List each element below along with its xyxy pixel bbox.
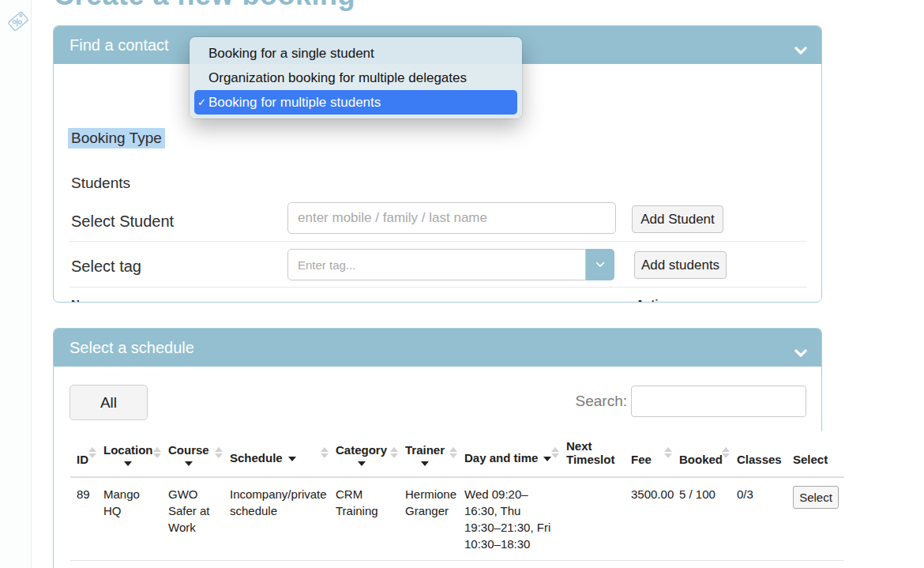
cell-course: Scuba Diving bbox=[162, 561, 223, 568]
cell-fee: 3500.00 bbox=[625, 477, 673, 561]
dropdown-option-single-student[interactable]: ✓ Booking for a single student bbox=[194, 41, 517, 66]
column-header-course[interactable]: Course bbox=[162, 431, 223, 477]
column-header-location[interactable]: Location bbox=[97, 431, 162, 477]
cell-trainer: Patrick Star bbox=[399, 561, 458, 568]
column-header-day-and-time[interactable]: Day and time bbox=[458, 431, 560, 477]
search-input[interactable] bbox=[631, 386, 806, 417]
column-header-trainer[interactable]: Trainer bbox=[399, 431, 458, 477]
students-table-action-header: Action bbox=[636, 297, 673, 303]
cell-classes: 0/1 bbox=[731, 561, 787, 568]
column-header-next-timeslot[interactable]: Next Timeslot bbox=[560, 431, 625, 477]
page-title: Create a new booking bbox=[54, 0, 355, 12]
cell-next-timeslot bbox=[560, 561, 625, 568]
chevron-down-icon[interactable] bbox=[794, 344, 807, 362]
select-schedule-header[interactable]: Select a schedule bbox=[54, 329, 821, 367]
cell-category: CRM Training bbox=[329, 477, 399, 561]
column-header-fee[interactable]: Fee bbox=[625, 431, 673, 477]
student-search-input[interactable] bbox=[287, 202, 616, 234]
filter-caret-icon[interactable] bbox=[421, 461, 429, 466]
dropdown-option-label: Booking for multiple students bbox=[208, 95, 381, 111]
column-header-select: Select bbox=[787, 431, 844, 477]
cell-id: 123 bbox=[70, 561, 97, 568]
sort-icon[interactable] bbox=[88, 447, 96, 458]
students-table-name-header: Name bbox=[71, 297, 103, 303]
sort-icon[interactable] bbox=[722, 447, 730, 458]
filter-caret-icon[interactable] bbox=[124, 461, 132, 466]
cell-schedule: Trainer-led August 2023 bbox=[223, 561, 329, 568]
discount-tag-icon[interactable] bbox=[6, 9, 31, 37]
checkmark-icon: ✓ bbox=[197, 96, 206, 108]
booking-type-label: Booking Type bbox=[68, 128, 165, 149]
cell-select: Select bbox=[787, 477, 844, 561]
select-schedule-button[interactable]: Select bbox=[793, 486, 839, 509]
select-schedule-title: Select a schedule bbox=[69, 339, 194, 357]
cell-course: GWO Safer at Work bbox=[162, 477, 223, 561]
select-tag-label: Select tag bbox=[71, 258, 141, 276]
dropdown-option-organization-booking[interactable]: ✓ Organization booking for multiple dele… bbox=[194, 66, 517, 90]
search-label: Search: bbox=[576, 393, 627, 410]
sort-icon[interactable] bbox=[153, 447, 161, 458]
filter-caret-icon[interactable] bbox=[358, 461, 366, 466]
sort-icon[interactable] bbox=[551, 447, 559, 458]
column-header-category[interactable]: Category bbox=[329, 431, 399, 477]
add-students-button[interactable]: Add students bbox=[634, 251, 727, 279]
cell-day-and-time: Wed 09:20–16:30, Thu 19:30–21:30, Fri 10… bbox=[458, 477, 560, 561]
dropdown-option-label: Booking for a single student bbox=[208, 46, 374, 62]
find-a-contact-title: Find a contact bbox=[69, 36, 169, 55]
divider bbox=[69, 241, 807, 242]
table-row: 89 Mango HQ GWO Safer at Work Incompany/… bbox=[70, 477, 844, 561]
sort-icon[interactable] bbox=[449, 447, 457, 458]
tag-dropdown-button[interactable] bbox=[586, 249, 614, 280]
search-box: Search: bbox=[576, 386, 806, 417]
sort-icon[interactable] bbox=[215, 447, 223, 458]
tag-input[interactable] bbox=[287, 249, 586, 280]
filter-caret-icon[interactable] bbox=[543, 457, 551, 461]
chevron-down-icon bbox=[595, 261, 605, 268]
schedules-table: ID Location Course Schedule bbox=[70, 431, 844, 568]
column-header-id[interactable]: ID bbox=[70, 431, 97, 477]
chevron-down-icon[interactable] bbox=[794, 41, 807, 59]
filter-caret-icon[interactable] bbox=[185, 461, 193, 466]
sort-icon[interactable] bbox=[390, 447, 398, 458]
cell-day-and-time: Mon 10:00–15:00 bbox=[458, 561, 560, 568]
divider bbox=[69, 287, 807, 288]
table-header-row: ID Location Course Schedule bbox=[70, 431, 844, 477]
cell-fee: 1000.00 bbox=[625, 561, 673, 568]
cell-location: Shannon Leisure bbox=[97, 561, 162, 568]
dropdown-option-multiple-students[interactable]: ✓ Booking for multiple students bbox=[194, 90, 517, 115]
cell-classes: 0/3 bbox=[731, 477, 787, 561]
filter-all-button[interactable]: All bbox=[69, 385, 148, 420]
add-student-button[interactable]: Add Student bbox=[632, 205, 723, 233]
column-header-booked[interactable]: Booked bbox=[673, 431, 731, 477]
cell-trainer: Hermione Granger bbox=[399, 477, 458, 561]
filter-caret-icon[interactable] bbox=[288, 457, 296, 461]
cell-id: 89 bbox=[70, 477, 97, 561]
cell-schedule: Incompany/private schedule bbox=[223, 477, 329, 561]
column-header-classes[interactable]: Classes bbox=[731, 431, 787, 477]
dropdown-option-label: Organization booking for multiple delega… bbox=[208, 70, 467, 86]
column-header-schedule[interactable]: Schedule bbox=[223, 431, 329, 477]
students-label: Students bbox=[71, 175, 130, 192]
cell-booked: 14 / 15 bbox=[673, 561, 731, 568]
cell-next-timeslot bbox=[560, 477, 625, 561]
select-student-label: Select Student bbox=[71, 213, 174, 231]
sort-icon[interactable] bbox=[664, 447, 672, 458]
select-schedule-panel: Select a schedule All Search: ID bbox=[53, 328, 822, 568]
sort-icon[interactable] bbox=[321, 447, 329, 458]
cell-booked: 5 / 100 bbox=[673, 477, 731, 561]
cell-select: Select bbox=[787, 561, 844, 568]
schedules-table-wrapper: ID Location Course Schedule bbox=[70, 431, 844, 568]
sidebar bbox=[0, 0, 32, 568]
booking-type-dropdown-menu: ✓ Booking for a single student ✓ Organiz… bbox=[190, 37, 522, 118]
cell-category: Leisure bbox=[329, 561, 399, 568]
table-row: 123 Shannon Leisure Scuba Diving Trainer… bbox=[70, 561, 844, 568]
cell-location: Mango HQ bbox=[97, 477, 162, 561]
